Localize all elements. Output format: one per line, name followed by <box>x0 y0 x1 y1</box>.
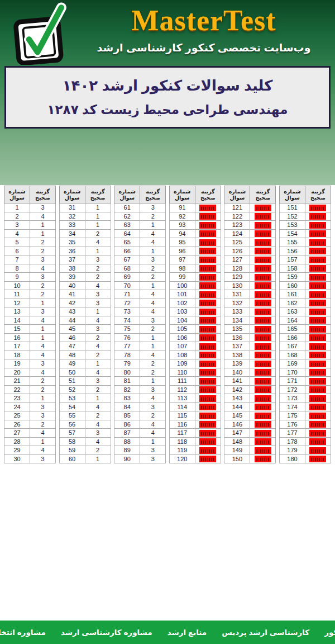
question-number-cell: 110 <box>169 368 195 377</box>
brand-block: MasterTest وب‌سایت تخصصی کنکور کارشناسی … <box>76 0 335 54</box>
answer-row: 431 <box>59 307 111 316</box>
question-number-cell: 93 <box>169 221 195 230</box>
answer-row: 105 <box>169 325 221 334</box>
hidden-answer-badge <box>199 369 216 376</box>
answer-row: 139 <box>224 359 276 368</box>
answer-row: 138 <box>224 351 276 359</box>
answer-row: 176 <box>279 420 331 429</box>
question-number-cell: 63 <box>114 221 140 230</box>
question-number-cell: 14 <box>4 316 30 325</box>
answer-cell: 2 <box>140 264 166 273</box>
answer-row: 94 <box>169 229 221 238</box>
answer-row: 601 <box>59 454 111 463</box>
answer-row: 692 <box>114 273 166 282</box>
answer-row: 111 <box>169 377 221 386</box>
question-number-cell: 89 <box>114 446 140 455</box>
footer-link[interactable]: ارشد بدون کنکور <box>324 628 335 637</box>
answer-cell <box>305 411 331 420</box>
question-number-cell: 114 <box>169 402 195 411</box>
question-number-cell: 142 <box>224 385 250 394</box>
answer-row: 108 <box>169 351 221 359</box>
question-number-cell: 17 <box>4 342 30 351</box>
answer-cell: 3 <box>85 299 111 307</box>
hidden-answer-badge <box>255 291 271 298</box>
answer-cell: 4 <box>30 368 56 377</box>
answer-cell: 2 <box>140 273 166 282</box>
hidden-answer-badge <box>309 222 326 229</box>
answer-cell <box>305 247 331 255</box>
answer-cell <box>305 281 331 290</box>
hidden-answer-badge <box>255 438 271 445</box>
answer-cell: 2 <box>85 446 111 455</box>
question-number-cell: 136 <box>224 333 250 342</box>
answer-row: 98 <box>169 264 221 273</box>
question-number-cell: 119 <box>169 446 195 455</box>
answer-cell <box>195 316 221 325</box>
answer-cell: 1 <box>140 437 166 446</box>
answer-row: 491 <box>59 359 111 368</box>
answer-row: 156 <box>279 247 331 255</box>
answer-cell: 1 <box>85 307 111 316</box>
answer-cell <box>250 325 276 334</box>
hidden-answer-badge <box>309 413 326 419</box>
answer-row: 148 <box>224 437 276 446</box>
question-number-cell: 37 <box>59 255 85 264</box>
question-number-cell: 168 <box>279 351 305 359</box>
answer-row: 137 <box>224 342 276 351</box>
question-number-cell: 132 <box>224 299 250 307</box>
hidden-answer-badge <box>255 413 271 419</box>
answer-row: 114 <box>169 402 221 411</box>
answer-row: 159 <box>279 273 331 282</box>
answer-cell <box>195 221 221 230</box>
answer-row: 95 <box>169 238 221 247</box>
answer-cell <box>305 333 331 342</box>
question-number-cell: 170 <box>279 368 305 377</box>
answer-cell: 4 <box>140 290 166 299</box>
answer-cell <box>305 368 331 377</box>
hidden-answer-badge <box>199 438 216 445</box>
question-number-cell: 157 <box>279 255 305 264</box>
brand-title[interactable]: MasterTest <box>131 6 276 36</box>
site-logo[interactable] <box>9 2 76 67</box>
footer-link[interactable]: منابع ارشد <box>168 628 207 637</box>
hidden-answer-badge <box>309 369 326 376</box>
hidden-answer-badge <box>255 326 271 333</box>
answer-row: 522 <box>59 385 111 394</box>
hidden-answer-badge <box>199 205 216 211</box>
footer-link[interactable]: مشاوره کارشناسی ارشد <box>61 628 152 637</box>
question-number-cell: 24 <box>4 402 30 411</box>
question-number-cell: 131 <box>224 290 250 299</box>
question-number-cell: 28 <box>4 437 30 446</box>
footer-link[interactable]: کارشناسی ارشد پردیس <box>222 628 309 637</box>
hidden-answer-badge <box>199 309 216 315</box>
answer-row: 734 <box>114 307 166 316</box>
hidden-answer-badge <box>309 300 326 306</box>
answer-row: 31 <box>4 221 56 230</box>
answer-row: 102 <box>169 299 221 307</box>
question-number-cell: 21 <box>4 377 30 386</box>
question-number-cell: 83 <box>114 394 140 403</box>
answer-row: 141 <box>224 377 276 386</box>
correct-option-header: گزینه صحیح <box>140 186 166 203</box>
footer-link[interactable]: مشاوره انتخاب رشته ارشد <box>0 628 46 637</box>
answer-row: 133 <box>224 307 276 316</box>
hidden-answer-badge <box>199 257 216 263</box>
question-number-cell: 100 <box>169 281 195 290</box>
answer-row: 93 <box>169 221 221 230</box>
answer-row: 134 <box>224 316 276 325</box>
question-number-cell: 94 <box>169 229 195 238</box>
answer-table: شماره سوالگزینه صحیح31132133134235436137… <box>59 186 111 463</box>
answer-cell: 3 <box>85 377 111 386</box>
answer-cell: 3 <box>30 359 56 368</box>
answer-row: 149 <box>224 446 276 455</box>
answer-cell <box>195 281 221 290</box>
answer-cell: 3 <box>30 203 56 212</box>
answer-row: 99 <box>169 273 221 282</box>
question-number-cell: 84 <box>114 402 140 411</box>
question-number-cell: 60 <box>59 454 85 463</box>
answer-cell <box>250 333 276 342</box>
answer-cell <box>250 437 276 446</box>
answer-row: 592 <box>59 446 111 455</box>
exam-title-line2: مهندسی طراحی محیط زیست کد ۱۲۸۷ <box>47 102 288 117</box>
question-number-cell: 95 <box>169 238 195 247</box>
